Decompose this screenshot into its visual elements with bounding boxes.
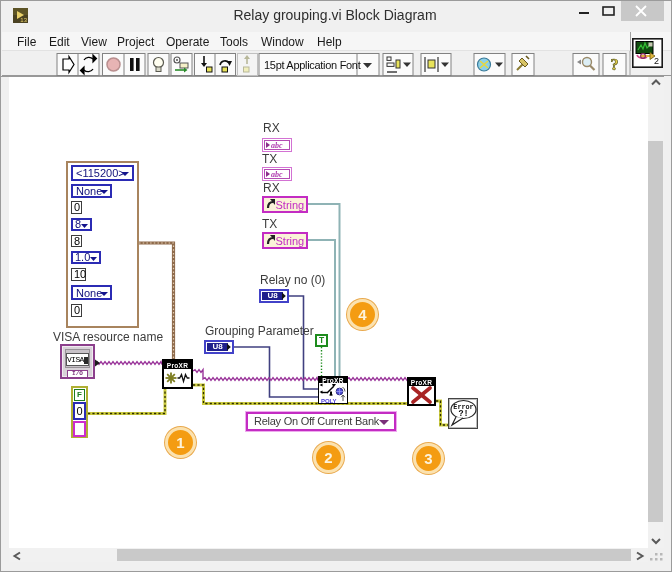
svg-text:abc: abc [271,170,283,179]
svg-text:ProXR: ProXR [411,379,432,386]
svg-text:ProXR: ProXR [167,362,188,369]
svg-text:POLY: POLY [321,398,336,404]
svg-text:abc: abc [271,141,283,150]
svg-text:?!: ?! [458,409,468,419]
